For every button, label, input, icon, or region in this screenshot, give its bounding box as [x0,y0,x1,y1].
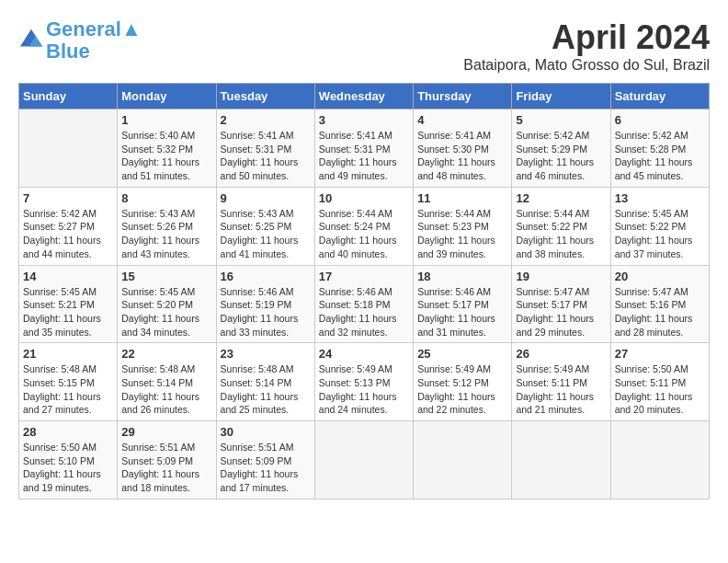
day-info: Sunrise: 5:40 AMSunset: 5:32 PMDaylight:… [121,129,211,183]
day-number: 29 [121,425,211,439]
calendar-cell: 18Sunrise: 5:46 AMSunset: 5:17 PMDayligh… [414,265,512,343]
day-info: Sunrise: 5:42 AMSunset: 5:28 PMDaylight:… [615,129,705,183]
calendar-cell [19,109,118,188]
day-number: 2 [221,113,311,127]
day-info: Sunrise: 5:51 AMSunset: 5:09 PMDaylight:… [221,441,311,495]
calendar-cell: 3Sunrise: 5:41 AMSunset: 5:31 PMDaylight… [314,109,413,188]
day-info: Sunrise: 5:48 AMSunset: 5:15 PMDaylight:… [23,362,113,417]
day-info: Sunrise: 5:49 AMSunset: 5:13 PMDaylight:… [319,362,409,417]
calendar-cell: 19Sunrise: 5:47 AMSunset: 5:17 PMDayligh… [512,265,610,343]
calendar-cell [314,421,413,500]
day-info: Sunrise: 5:41 AMSunset: 5:31 PMDaylight:… [221,129,311,183]
calendar-cell: 4Sunrise: 5:41 AMSunset: 5:30 PMDaylight… [414,109,512,188]
calendar-cell [512,421,610,500]
day-number: 19 [516,270,606,283]
calendar-week-4: 21Sunrise: 5:48 AMSunset: 5:15 PMDayligh… [19,343,710,421]
weekday-header-sunday: Sunday [19,84,118,109]
day-info: Sunrise: 5:44 AMSunset: 5:23 PMDaylight:… [417,207,507,261]
weekday-header-friday: Friday [512,84,610,109]
day-info: Sunrise: 5:48 AMSunset: 5:14 PMDaylight:… [221,362,311,417]
day-number: 11 [417,191,507,205]
calendar-cell: 16Sunrise: 5:46 AMSunset: 5:19 PMDayligh… [216,265,314,343]
day-number: 3 [319,113,409,127]
calendar-cell: 17Sunrise: 5:46 AMSunset: 5:18 PMDayligh… [314,265,413,343]
logo: General▲ Blue [18,18,142,63]
day-number: 8 [121,191,211,205]
day-number: 24 [319,347,409,361]
calendar-cell: 30Sunrise: 5:51 AMSunset: 5:09 PMDayligh… [216,421,314,500]
day-info: Sunrise: 5:48 AMSunset: 5:14 PMDaylight:… [121,362,211,417]
calendar-header: SundayMondayTuesdayWednesdayThursdayFrid… [19,84,710,109]
calendar-week-5: 28Sunrise: 5:50 AMSunset: 5:10 PMDayligh… [19,421,710,500]
calendar-title: April 2024 [463,18,710,57]
weekday-header-thursday: Thursday [414,84,512,109]
page-header: General▲ Blue April 2024 Bataipora, Mato… [18,18,710,74]
day-number: 7 [23,191,113,205]
weekday-header-wednesday: Wednesday [314,84,413,109]
day-info: Sunrise: 5:50 AMSunset: 5:10 PMDaylight:… [23,441,113,495]
calendar-week-3: 14Sunrise: 5:45 AMSunset: 5:21 PMDayligh… [19,265,710,343]
calendar-week-1: 1Sunrise: 5:40 AMSunset: 5:32 PMDaylight… [19,109,710,188]
day-info: Sunrise: 5:47 AMSunset: 5:17 PMDaylight:… [516,285,606,339]
day-number: 21 [23,347,113,361]
day-info: Sunrise: 5:46 AMSunset: 5:17 PMDaylight:… [417,285,507,339]
calendar-cell: 12Sunrise: 5:44 AMSunset: 5:22 PMDayligh… [512,187,610,265]
logo-icon [18,28,44,53]
day-number: 10 [319,191,409,205]
day-info: Sunrise: 5:41 AMSunset: 5:31 PMDaylight:… [319,129,409,183]
weekday-header-row: SundayMondayTuesdayWednesdayThursdayFrid… [19,84,710,109]
weekday-header-tuesday: Tuesday [216,84,314,109]
calendar-cell: 15Sunrise: 5:45 AMSunset: 5:20 PMDayligh… [118,265,216,343]
calendar-cell: 9Sunrise: 5:43 AMSunset: 5:25 PMDaylight… [216,187,314,265]
calendar-cell: 25Sunrise: 5:49 AMSunset: 5:12 PMDayligh… [414,343,512,421]
day-number: 1 [121,113,211,127]
calendar-cell: 1Sunrise: 5:40 AMSunset: 5:32 PMDaylight… [118,109,216,188]
weekday-header-monday: Monday [118,84,216,109]
calendar-cell: 24Sunrise: 5:49 AMSunset: 5:13 PMDayligh… [314,343,413,421]
day-info: Sunrise: 5:49 AMSunset: 5:12 PMDaylight:… [417,362,507,417]
calendar-week-2: 7Sunrise: 5:42 AMSunset: 5:27 PMDaylight… [19,187,710,265]
day-number: 18 [417,270,507,283]
calendar-cell: 7Sunrise: 5:42 AMSunset: 5:27 PMDaylight… [19,187,118,265]
weekday-header-saturday: Saturday [610,84,709,109]
day-number: 26 [516,347,606,361]
calendar-cell [610,421,709,500]
calendar-cell: 27Sunrise: 5:50 AMSunset: 5:11 PMDayligh… [610,343,709,421]
day-info: Sunrise: 5:42 AMSunset: 5:29 PMDaylight:… [516,129,606,183]
day-info: Sunrise: 5:45 AMSunset: 5:20 PMDaylight:… [121,285,211,339]
calendar-cell: 23Sunrise: 5:48 AMSunset: 5:14 PMDayligh… [216,343,314,421]
day-number: 13 [615,191,705,205]
calendar-subtitle: Bataipora, Mato Grosso do Sul, Brazil [463,57,710,74]
calendar-cell: 6Sunrise: 5:42 AMSunset: 5:28 PMDaylight… [610,109,709,188]
day-number: 27 [615,347,705,361]
day-number: 14 [23,270,113,283]
day-number: 4 [417,113,507,127]
calendar-body: 1Sunrise: 5:40 AMSunset: 5:32 PMDaylight… [19,109,710,500]
calendar-cell: 5Sunrise: 5:42 AMSunset: 5:29 PMDaylight… [512,109,610,188]
day-number: 15 [121,270,211,283]
day-number: 28 [23,425,113,439]
calendar-cell: 2Sunrise: 5:41 AMSunset: 5:31 PMDaylight… [216,109,314,188]
day-number: 17 [319,270,409,283]
day-number: 16 [221,270,311,283]
calendar-cell: 21Sunrise: 5:48 AMSunset: 5:15 PMDayligh… [19,343,118,421]
calendar-cell: 26Sunrise: 5:49 AMSunset: 5:11 PMDayligh… [512,343,610,421]
day-info: Sunrise: 5:42 AMSunset: 5:27 PMDaylight:… [23,207,113,261]
day-number: 25 [417,347,507,361]
day-info: Sunrise: 5:45 AMSunset: 5:21 PMDaylight:… [23,285,113,339]
calendar-table: SundayMondayTuesdayWednesdayThursdayFrid… [18,83,710,500]
calendar-cell: 11Sunrise: 5:44 AMSunset: 5:23 PMDayligh… [414,187,512,265]
day-info: Sunrise: 5:43 AMSunset: 5:25 PMDaylight:… [221,207,311,261]
calendar-cell [414,421,512,500]
day-number: 5 [516,113,606,127]
day-info: Sunrise: 5:44 AMSunset: 5:24 PMDaylight:… [319,207,409,261]
calendar-cell: 28Sunrise: 5:50 AMSunset: 5:10 PMDayligh… [19,421,118,500]
day-number: 9 [221,191,311,205]
calendar-cell: 10Sunrise: 5:44 AMSunset: 5:24 PMDayligh… [314,187,413,265]
day-info: Sunrise: 5:45 AMSunset: 5:22 PMDaylight:… [615,207,705,261]
day-number: 12 [516,191,606,205]
day-info: Sunrise: 5:49 AMSunset: 5:11 PMDaylight:… [516,362,606,417]
calendar-cell: 22Sunrise: 5:48 AMSunset: 5:14 PMDayligh… [118,343,216,421]
day-info: Sunrise: 5:51 AMSunset: 5:09 PMDaylight:… [121,441,211,495]
calendar-cell: 14Sunrise: 5:45 AMSunset: 5:21 PMDayligh… [19,265,118,343]
